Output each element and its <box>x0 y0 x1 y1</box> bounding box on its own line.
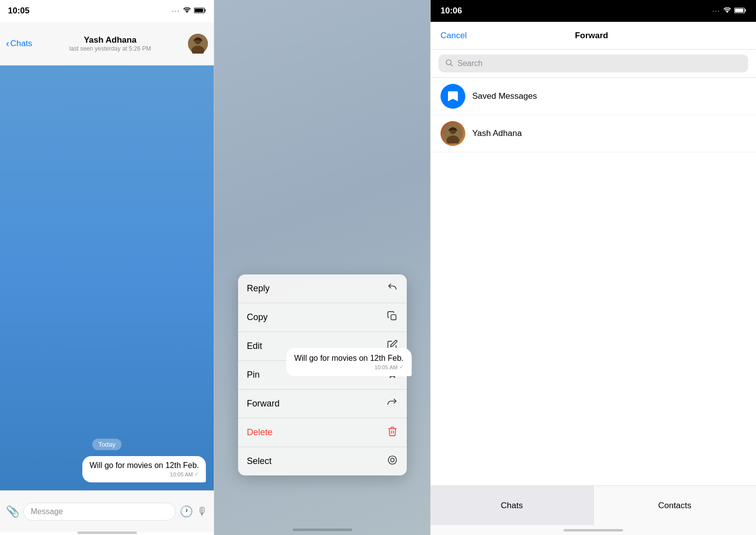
message-time: 10:05 AM <box>170 471 193 477</box>
tab-contacts[interactable]: Contacts <box>594 486 756 525</box>
copy-icon <box>387 311 398 324</box>
svg-point-9 <box>390 458 394 462</box>
forward-signal-icon: ··· <box>712 7 720 14</box>
delete-icon <box>387 426 398 439</box>
search-placeholder: Search <box>457 59 483 68</box>
home-bar <box>77 532 137 534</box>
forward-contact-list: Saved Messages Yash Adhana <box>431 78 756 485</box>
menu-item-delete-label: Delete <box>247 427 273 438</box>
svg-point-8 <box>388 456 396 465</box>
status-time: 10:05 <box>8 6 29 16</box>
forward-status-bar: 10:06 ··· <box>431 0 756 22</box>
wifi-icon <box>183 6 191 15</box>
menu-item-delete[interactable]: Delete <box>238 418 407 447</box>
context-message-text: Will go for movies on 12th Feb. <box>294 354 404 362</box>
saved-messages-avatar <box>441 84 465 109</box>
tab-chats-label: Chats <box>501 501 523 511</box>
context-time: 10:05 AM <box>375 364 397 370</box>
home-indicator <box>0 532 214 535</box>
back-label: Chats <box>10 39 32 49</box>
forward-bottom-tabs: Chats Contacts <box>431 485 756 525</box>
forward-battery-icon <box>734 6 746 15</box>
forward-status-time: 10:06 <box>441 6 462 16</box>
message-tick: ✓ <box>194 471 199 477</box>
date-label: Today <box>8 439 206 450</box>
context-meta: 10:05 AM ✓ <box>294 364 404 370</box>
svg-rect-2 <box>195 9 203 12</box>
avatar[interactable] <box>188 34 208 54</box>
tab-chats[interactable]: Chats <box>431 486 594 525</box>
svg-rect-12 <box>735 9 744 12</box>
back-button[interactable]: ‹ Chats <box>6 38 32 49</box>
select-icon <box>387 455 398 468</box>
chat-panel: 10:05 ··· ‹ Chats Yash Adhana last seen … <box>0 0 214 535</box>
menu-item-copy[interactable]: Copy <box>238 303 407 332</box>
context-tick: ✓ <box>399 364 404 370</box>
context-home-indicator <box>293 529 352 531</box>
status-icons: ··· <box>172 6 206 15</box>
attach-icon[interactable]: 📎 <box>6 505 19 518</box>
svg-rect-7 <box>391 315 396 320</box>
forward-home-indicator <box>431 525 756 535</box>
reply-icon <box>387 282 398 295</box>
forward-header: Cancel Forward <box>431 22 756 50</box>
forward-status-icons: ··· <box>712 6 746 15</box>
forward-wifi-icon <box>723 6 731 15</box>
status-bar: 10:05 ··· <box>0 0 214 22</box>
message-text: Will go for movies on 12th Feb. <box>89 461 199 469</box>
svg-rect-11 <box>745 9 746 12</box>
svg-line-14 <box>450 64 452 66</box>
forward-icon <box>387 397 398 410</box>
search-bar-container: Search <box>431 50 756 78</box>
message-input[interactable]: Message <box>23 503 176 521</box>
back-chevron-icon: ‹ <box>6 38 9 49</box>
menu-item-copy-label: Copy <box>247 312 268 323</box>
message-bubble[interactable]: Will go for movies on 12th Feb. 10:05 AM… <box>82 456 206 482</box>
context-message-bubble: Will go for movies on 12th Feb. 10:05 AM… <box>286 348 412 376</box>
signal-icon: ··· <box>172 7 180 14</box>
menu-item-reply[interactable]: Reply <box>238 274 407 303</box>
chat-header: ‹ Chats Yash Adhana last seen yesterday … <box>0 22 214 66</box>
forward-list-item-yash[interactable]: Yash Adhana <box>431 115 756 152</box>
sticker-icon[interactable]: 🕐 <box>180 505 193 518</box>
search-input[interactable]: Search <box>439 55 748 72</box>
contact-status: last seen yesterday at 5:26 PM <box>69 45 151 52</box>
context-bubble-area: Will go for movies on 12th Feb. 10:05 AM… <box>233 348 412 376</box>
menu-item-forward[interactable]: Forward <box>238 390 407 418</box>
menu-item-reply-label: Reply <box>247 283 270 294</box>
messages-area: Today Will go for movies on 12th Feb. 10… <box>0 66 214 490</box>
menu-item-select[interactable]: Select <box>238 447 407 475</box>
search-icon <box>445 59 453 68</box>
tab-contacts-label: Contacts <box>658 501 692 511</box>
yash-avatar <box>441 121 465 146</box>
forward-panel: 10:06 ··· Cancel Forward Search <box>431 0 756 535</box>
cancel-button[interactable]: Cancel <box>441 31 467 41</box>
battery-icon <box>194 6 206 15</box>
contact-name: Yash Adhana <box>84 35 136 45</box>
context-panel: Will go for movies on 12th Feb. 10:05 AM… <box>214 0 431 535</box>
message-meta: 10:05 AM ✓ <box>89 471 199 477</box>
forward-list-item-saved[interactable]: Saved Messages <box>431 78 756 115</box>
forward-home-bar <box>564 529 623 532</box>
svg-rect-1 <box>205 9 206 12</box>
mic-icon[interactable]: 🎙 <box>197 505 208 518</box>
forward-title: Forward <box>575 31 608 41</box>
message-placeholder: Message <box>31 507 63 516</box>
contact-info: Yash Adhana last seen yesterday at 5:26 … <box>36 35 184 52</box>
menu-item-select-label: Select <box>247 456 272 467</box>
saved-messages-label: Saved Messages <box>472 91 537 101</box>
yash-adhana-label: Yash Adhana <box>472 129 522 138</box>
input-bar: 📎 Message 🕐 🎙 <box>0 490 214 532</box>
date-badge: Today <box>92 439 122 450</box>
menu-item-forward-label: Forward <box>247 399 280 409</box>
